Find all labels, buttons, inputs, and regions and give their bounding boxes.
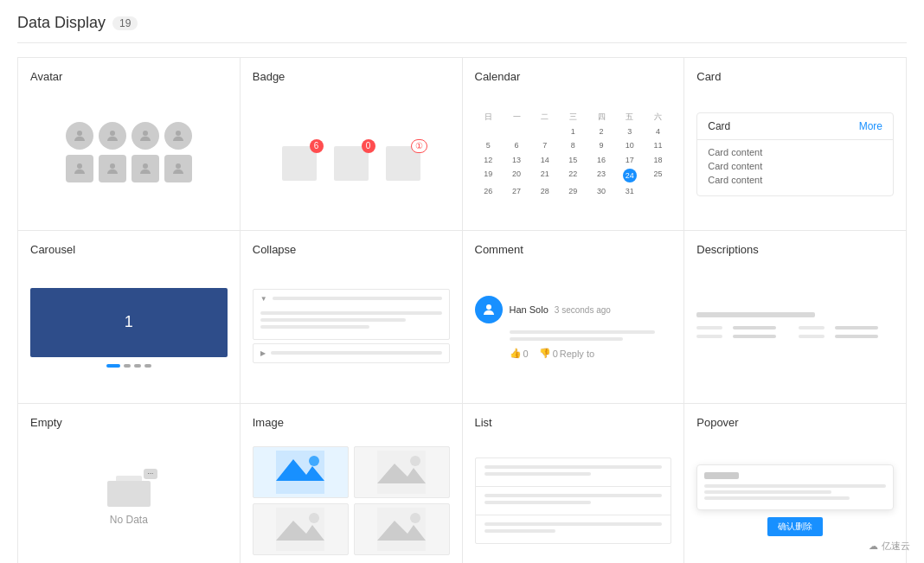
svg-point-8 <box>486 304 491 310</box>
svg-point-2 <box>143 131 148 136</box>
list-cell: List <box>463 404 685 563</box>
comment-text <box>510 330 672 341</box>
like-count: 0 <box>523 349 529 359</box>
svg-point-7 <box>176 163 181 169</box>
carousel-dot-4[interactable] <box>144 364 151 368</box>
list-item-2 <box>476 487 671 515</box>
desc-val-3 <box>733 335 776 338</box>
badge-item-2: 0 <box>334 146 369 181</box>
desc-item-2 <box>799 326 894 329</box>
desc-key-4 <box>799 335 825 338</box>
dislike-count: 0 <box>553 349 558 359</box>
empty-label: Empty <box>30 416 228 429</box>
popover-widget: 确认删除 <box>696 464 894 536</box>
collapse-line-1 <box>260 311 442 315</box>
avatar-circle-4 <box>164 122 192 150</box>
empty-preview: ··· No Data <box>30 439 228 561</box>
svg-point-5 <box>110 163 115 169</box>
list-label: List <box>475 416 672 429</box>
image-thumb-2 <box>354 446 450 498</box>
page-title: Data Display <box>17 14 106 32</box>
avatar-square-3 <box>132 155 159 182</box>
collapse-header-1[interactable]: ▼ <box>253 290 449 308</box>
collapse-line-2 <box>260 318 406 322</box>
image-thumb-3 <box>253 503 349 555</box>
page-header: Data Display 19 <box>17 14 907 43</box>
collapse-preview: ▼ ▶ <box>253 266 450 388</box>
chevron-down-icon: ▼ <box>260 295 267 303</box>
badge-count-3: ① <box>411 139 427 153</box>
svg-point-20 <box>410 513 420 523</box>
list-line-5 <box>484 522 663 526</box>
avatar-circle-2 <box>99 122 126 150</box>
calendar-preview-wrap: 日 一 二 三 四 五 六 1 2 3 <box>475 93 672 215</box>
image-label: Image <box>253 416 450 429</box>
collapse-content-1 <box>253 308 449 339</box>
image-thumb-1 <box>253 446 349 498</box>
comment-line-2 <box>510 337 623 341</box>
card-more-link[interactable]: More <box>859 120 882 132</box>
list-preview <box>475 439 672 561</box>
badge-cell: Badge 6 0 ① <box>241 58 463 231</box>
desc-header-bar <box>696 312 815 317</box>
badge-items: 6 0 ① <box>282 129 420 181</box>
cal-wed: 三 <box>560 110 587 125</box>
carousel-label: Carousel <box>30 243 228 256</box>
cal-day-headers: 日 一 二 三 四 五 六 <box>475 110 672 125</box>
avatar-circle-3 <box>132 122 159 150</box>
carousel-slide: 1 <box>30 288 228 357</box>
popover-confirm-button[interactable]: 确认删除 <box>767 517 823 536</box>
desc-key-3 <box>696 335 722 338</box>
avatar-row-1 <box>66 122 192 150</box>
collapse-cell: Collapse ▼ <box>241 231 463 404</box>
svg-point-14 <box>410 456 420 466</box>
avatar-container <box>66 122 192 188</box>
list-item-1 <box>476 458 671 487</box>
card-title: Card <box>708 120 730 132</box>
cal-tue: 二 <box>531 110 559 125</box>
collapse-line-3 <box>260 325 369 329</box>
svg-point-11 <box>309 456 319 466</box>
desc-row-2 <box>696 335 894 338</box>
carousel-cell: Carousel 1 <box>18 231 241 404</box>
calendar-label: Calendar <box>475 70 672 83</box>
svg-point-3 <box>176 131 181 136</box>
calendar-widget: 日 一 二 三 四 五 六 1 2 3 <box>475 110 672 199</box>
popover-label: Popover <box>696 416 894 429</box>
card-body: Card content Card content Card content <box>697 140 893 195</box>
svg-point-0 <box>77 131 82 136</box>
desc-item-1 <box>696 326 792 329</box>
list-line-4 <box>484 501 591 504</box>
carousel-dot-2[interactable] <box>124 364 131 368</box>
cal-week-1: 1 2 3 4 <box>475 125 672 139</box>
list-item-3 <box>476 515 671 543</box>
carousel-preview: 1 <box>30 266 228 388</box>
empty-cell: Empty ··· No Data <box>18 404 241 563</box>
desc-val-1 <box>733 326 776 329</box>
popover-line-2 <box>704 490 831 494</box>
svg-point-1 <box>110 131 115 136</box>
cal-week-2: 5 6 7 8 9 10 11 <box>475 138 672 153</box>
avatar-label: Avatar <box>30 70 228 83</box>
image-widget <box>253 446 450 555</box>
dislike-icon: 👎 <box>539 348 551 359</box>
page-wrapper: Data Display 19 Avatar <box>0 0 924 563</box>
desc-row-1 <box>696 326 894 329</box>
avatar-square-1 <box>66 155 93 182</box>
carousel-dot-3[interactable] <box>134 364 141 368</box>
card-label: Card <box>696 70 894 83</box>
comment-user: Han Solo 3 seconds ago <box>475 296 672 323</box>
cal-fri: 五 <box>616 110 644 125</box>
comment-like[interactable]: 👍 0 <box>510 348 529 359</box>
avatar-cell: Avatar <box>18 58 241 231</box>
popover-box <box>696 464 894 510</box>
empty-bubble: ··· <box>144 469 157 479</box>
comment-dislike[interactable]: 👎 0 Reply to <box>539 348 594 359</box>
card-header: Card More <box>697 113 893 140</box>
collapse-item-1: ▼ <box>253 289 450 340</box>
reply-label: Reply to <box>560 349 594 359</box>
list-line-3 <box>484 494 663 497</box>
collapse-header-2[interactable]: ▶ <box>253 344 449 362</box>
carousel-dot-1[interactable] <box>106 364 120 368</box>
card-cell: Card Card More Card content Card content… <box>684 58 907 231</box>
